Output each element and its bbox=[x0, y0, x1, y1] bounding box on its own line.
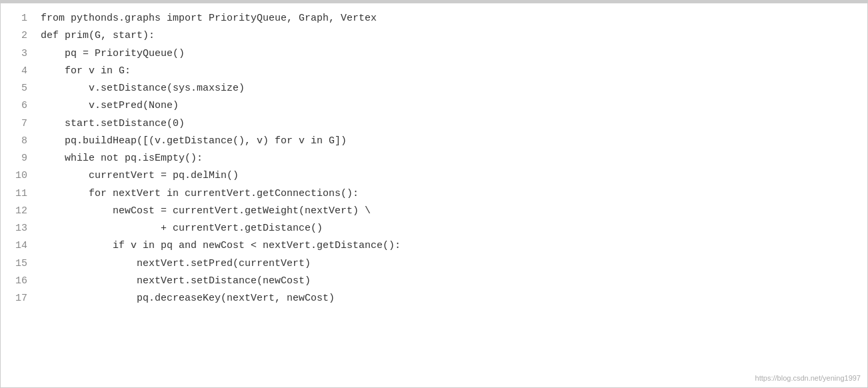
line-content: v.setDistance(sys.maxsize) bbox=[41, 80, 245, 97]
code-line: 3 pq = PriorityQueue() bbox=[1, 45, 867, 63]
line-number: 2 bbox=[14, 27, 41, 45]
line-number: 11 bbox=[14, 185, 41, 203]
code-line: 7 start.setDistance(0) bbox=[1, 115, 867, 133]
line-content: if v in pq and newCost < nextVert.getDis… bbox=[41, 237, 401, 255]
code-line: 5 v.setDistance(sys.maxsize) bbox=[1, 80, 867, 97]
line-number: 14 bbox=[14, 237, 41, 255]
line-content: pq = PriorityQueue() bbox=[41, 45, 185, 63]
line-content: newCost = currentVert.getWeight(nextVert… bbox=[41, 203, 371, 220]
code-line: 4 for v in G: bbox=[1, 63, 867, 80]
line-number: 15 bbox=[14, 255, 41, 273]
line-number: 10 bbox=[14, 167, 41, 185]
line-number: 3 bbox=[14, 45, 41, 63]
line-number: 13 bbox=[14, 220, 41, 237]
line-content: pq.buildHeap([(v.getDistance(), v) for v… bbox=[41, 133, 347, 150]
code-line: 10 currentVert = pq.delMin() bbox=[1, 167, 867, 185]
code-line: 15 nextVert.setPred(currentVert) bbox=[1, 255, 867, 273]
line-number: 6 bbox=[14, 97, 41, 115]
line-number: 9 bbox=[14, 150, 41, 167]
watermark: https://blog.csdn.net/yening1997 bbox=[755, 374, 861, 382]
code-line: 16 nextVert.setDistance(newCost) bbox=[1, 273, 867, 290]
line-content: start.setDistance(0) bbox=[41, 115, 185, 133]
line-content: nextVert.setDistance(newCost) bbox=[41, 273, 311, 290]
line-content: from pythonds.graphs import PriorityQueu… bbox=[41, 10, 377, 27]
line-number: 5 bbox=[14, 80, 41, 97]
code-line: 2def prim(G, start): bbox=[1, 27, 867, 45]
line-number: 1 bbox=[14, 10, 41, 27]
code-line: 12 newCost = currentVert.getWeight(nextV… bbox=[1, 203, 867, 220]
code-line: 9 while not pq.isEmpty(): bbox=[1, 150, 867, 167]
line-number: 4 bbox=[14, 63, 41, 80]
line-number: 12 bbox=[14, 203, 41, 220]
line-content: for v in G: bbox=[41, 63, 131, 80]
main-container: 1from pythonds.graphs import PriorityQue… bbox=[0, 0, 868, 388]
line-content: v.setPred(None) bbox=[41, 97, 179, 115]
code-line: 14 if v in pq and newCost < nextVert.get… bbox=[1, 237, 867, 255]
code-block: 1from pythonds.graphs import PriorityQue… bbox=[1, 3, 867, 314]
code-line: 8 pq.buildHeap([(v.getDistance(), v) for… bbox=[1, 133, 867, 150]
line-content: while not pq.isEmpty(): bbox=[41, 150, 203, 167]
code-line: 1from pythonds.graphs import PriorityQue… bbox=[1, 10, 867, 27]
line-content: currentVert = pq.delMin() bbox=[41, 167, 239, 185]
code-line: 17 pq.decreaseKey(nextVert, newCost) bbox=[1, 290, 867, 307]
code-line: 11 for nextVert in currentVert.getConnec… bbox=[1, 185, 867, 203]
line-content: nextVert.setPred(currentVert) bbox=[41, 255, 311, 273]
line-content: def prim(G, start): bbox=[41, 27, 155, 45]
line-content: for nextVert in currentVert.getConnectio… bbox=[41, 185, 359, 203]
line-number: 8 bbox=[14, 133, 41, 150]
code-line: 13 + currentVert.getDistance() bbox=[1, 220, 867, 237]
code-line: 6 v.setPred(None) bbox=[1, 97, 867, 115]
line-number: 7 bbox=[14, 115, 41, 133]
line-number: 16 bbox=[14, 273, 41, 290]
line-content: + currentVert.getDistance() bbox=[41, 220, 323, 237]
line-content: pq.decreaseKey(nextVert, newCost) bbox=[41, 290, 335, 307]
line-number: 17 bbox=[14, 290, 41, 307]
